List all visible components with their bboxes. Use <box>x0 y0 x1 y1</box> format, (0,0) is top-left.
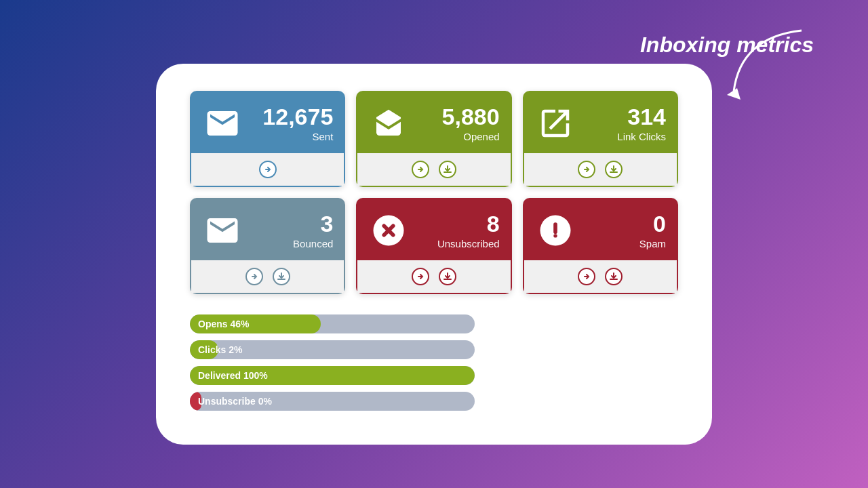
metric-unsubscribed-bottom <box>356 260 511 294</box>
metric-opened-numbers: 5,880 Opened <box>420 105 499 142</box>
metric-spam-bottom <box>523 260 678 294</box>
progress-unsubscribe-label: Unsubscribe <box>198 396 256 407</box>
metric-bounced-value: 3 <box>320 212 333 235</box>
metric-unsubscribed: 8 Unsubscribed <box>356 198 511 294</box>
progress-clicks-bar: Clicks 2% <box>190 340 475 359</box>
download-icon-unsub[interactable] <box>438 267 457 286</box>
progress-clicks-pct: 2% <box>229 344 242 355</box>
progress-delivered-bar: Delivered 100% <box>190 366 475 385</box>
metric-opened-label: Opened <box>463 131 499 142</box>
metric-bounced-bottom <box>190 260 345 294</box>
envelope-gray-icon <box>202 210 243 251</box>
progress-opens-fill: Opens 46% <box>190 314 321 333</box>
progress-unsubscribe-fill: Unsubscribe 0% <box>190 392 201 411</box>
metric-unsubscribed-label: Unsubscribed <box>437 238 500 249</box>
arrow-right-icon-green[interactable] <box>411 160 430 179</box>
metric-bounced-numbers: 3 Bounced <box>254 212 333 249</box>
metric-opened-value: 5,880 <box>442 105 500 128</box>
arrow-right-icon-spam[interactable] <box>577 267 596 286</box>
envelope-icon <box>202 103 243 144</box>
metric-sent-value: 12,675 <box>262 105 333 128</box>
metric-opened-top: 5,880 Opened <box>356 91 511 153</box>
metric-bounced-top: 3 Bounced <box>190 198 345 260</box>
metric-unsubscribed-top: 8 Unsubscribed <box>356 198 511 260</box>
metric-unsubscribed-numbers: 8 Unsubscribed <box>420 212 499 249</box>
external-link-icon <box>535 103 576 144</box>
arrow-right-icon[interactable] <box>258 160 277 179</box>
progress-clicks-label: Clicks <box>198 344 226 355</box>
metric-unsubscribed-value: 8 <box>487 212 500 235</box>
x-circle-icon <box>368 210 409 251</box>
metric-sent-numbers: 12,675 Sent <box>254 105 333 142</box>
main-card: 12,675 Sent <box>156 64 712 445</box>
metric-spam-top: 0 Spam <box>523 198 678 260</box>
progress-unsubscribe-pct: 0% <box>258 396 272 407</box>
progress-delivered-row: Delivered 100% <box>190 366 678 385</box>
metric-link-clicks-label: Link Clicks <box>617 131 666 142</box>
envelope-open-icon <box>368 103 409 144</box>
metric-spam: 0 Spam <box>523 198 678 294</box>
download-icon-opened[interactable] <box>438 160 457 179</box>
metric-link-clicks-value: 314 <box>627 105 666 128</box>
progress-unsubscribe-bar: Unsubscribe 0% <box>190 392 475 411</box>
progress-unsubscribe-row: Unsubscribe 0% <box>190 392 678 411</box>
progress-opens-row: Opens 46% <box>190 314 678 333</box>
progress-section: Opens 46% Clicks 2% Delivered 100% Unsub… <box>190 314 678 411</box>
arrow-right-icon-bounced[interactable] <box>245 267 264 286</box>
arrow-right-icon-unsub[interactable] <box>411 267 430 286</box>
metric-spam-numbers: 0 Spam <box>587 212 666 249</box>
metric-spam-label: Spam <box>639 238 666 249</box>
progress-clicks-fill: Clicks 2% <box>190 340 218 359</box>
metrics-grid: 12,675 Sent <box>190 91 678 294</box>
progress-opens-label: Opens <box>198 319 228 329</box>
progress-opens-bar: Opens 46% <box>190 314 475 333</box>
metric-sent-bottom <box>190 153 345 187</box>
progress-clicks-row: Clicks 2% <box>190 340 678 359</box>
exclamation-circle-icon <box>535 210 576 251</box>
download-icon-bounced[interactable] <box>272 267 291 286</box>
metric-link-clicks-top: 314 Link Clicks <box>523 91 678 153</box>
download-icon-spam[interactable] <box>604 267 623 286</box>
progress-delivered-label: Delivered <box>198 370 241 381</box>
metric-sent: 12,675 Sent <box>190 91 345 187</box>
metric-spam-value: 0 <box>653 212 666 235</box>
metric-opened: 5,880 Opened <box>356 91 511 187</box>
progress-opens-pct: 46% <box>230 319 249 329</box>
progress-delivered-pct: 100% <box>243 370 268 381</box>
metric-sent-top: 12,675 Sent <box>190 91 345 153</box>
metric-bounced: 3 Bounced <box>190 198 345 294</box>
svg-point-12 <box>553 234 557 237</box>
metric-link-clicks: 314 Link Clicks <box>523 91 678 187</box>
arrow-right-icon-lc[interactable] <box>577 160 596 179</box>
metric-link-clicks-numbers: 314 Link Clicks <box>587 105 666 142</box>
metric-link-clicks-bottom <box>523 153 678 187</box>
progress-delivered-fill: Delivered 100% <box>190 366 475 385</box>
metric-opened-bottom <box>356 153 511 187</box>
download-icon-lc[interactable] <box>604 160 623 179</box>
metric-bounced-label: Bounced <box>293 238 333 249</box>
metric-sent-label: Sent <box>312 131 333 142</box>
